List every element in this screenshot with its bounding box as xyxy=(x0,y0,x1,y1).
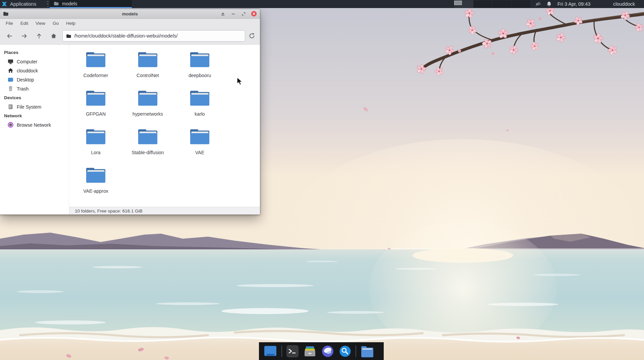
task-button-label: models xyxy=(62,1,77,6)
network-globe-icon xyxy=(8,122,13,128)
workspace-4[interactable] xyxy=(512,0,531,8)
statusbar-text: 10 folders, Free space: 616.1 GiB xyxy=(75,208,143,214)
workspace-1[interactable] xyxy=(454,0,473,8)
window-miniature xyxy=(454,1,462,5)
folder-name: karlo xyxy=(195,111,205,117)
menu-help[interactable]: Help xyxy=(62,19,79,27)
folder-icon xyxy=(86,127,106,146)
web-browser-icon[interactable] xyxy=(321,345,335,358)
task-folder-icon xyxy=(54,1,59,6)
folder-icon xyxy=(138,127,158,146)
sidebar-label: Trash xyxy=(17,86,29,92)
sidebar-item-clouddock[interactable]: clouddock xyxy=(0,66,69,75)
folder-name: Lora xyxy=(91,150,100,155)
sidebar-item-browse-network[interactable]: Browse Network xyxy=(0,120,69,129)
folder-icon xyxy=(86,166,106,184)
folder-icon xyxy=(138,88,158,107)
folder-icon xyxy=(190,50,210,69)
statusbar: 10 folders, Free space: 616.1 GiB xyxy=(69,207,260,215)
folder-item[interactable]: ControlNet xyxy=(122,50,174,88)
menu-file[interactable]: File xyxy=(2,19,17,27)
trash-icon xyxy=(8,86,13,92)
sidebar-item-file-system[interactable]: File System xyxy=(0,102,69,111)
folder-name: GFPGAN xyxy=(86,111,106,117)
sidebar-header-network: Network xyxy=(0,111,69,120)
sidebar-label: Desktop xyxy=(17,77,34,82)
menu-go[interactable]: Go xyxy=(49,19,62,27)
path-value: /home/clouddock/stable-diffusion-webui/m… xyxy=(74,33,177,39)
menubar: File Edit View Go Help xyxy=(0,19,260,27)
folder-name: deepbooru xyxy=(189,73,211,78)
folder-name: VAE xyxy=(195,150,204,155)
show-desktop-icon[interactable] xyxy=(263,345,278,358)
folder-name: VAE-approx xyxy=(83,188,108,194)
sidebar-item-desktop[interactable]: Desktop xyxy=(0,75,69,84)
panel-username[interactable]: clouddock xyxy=(613,0,635,8)
folder-item[interactable]: Lora xyxy=(70,127,122,166)
sidebar-label: Computer xyxy=(17,59,37,64)
forward-button[interactable] xyxy=(19,31,29,41)
file-grid: Codeformer ControlNet deepbooru GFPGAN h… xyxy=(69,45,260,207)
sidebar-label: File System xyxy=(17,104,41,110)
folder-item[interactable]: deepbooru xyxy=(174,50,226,88)
sidebar-label: Browse Network xyxy=(17,122,51,128)
minimize-button[interactable] xyxy=(230,11,236,17)
folder-icon xyxy=(190,88,210,107)
applications-menu-button[interactable]: Applications xyxy=(0,0,40,8)
up-button[interactable] xyxy=(34,31,44,41)
sidebar-header-places: Places xyxy=(0,48,69,57)
search-icon[interactable] xyxy=(338,345,352,358)
window-titlebar[interactable]: models xyxy=(0,9,260,19)
sidebar-label: clouddock xyxy=(17,68,38,73)
panel-clock[interactable]: Fri 3 Apr, 09:43 xyxy=(557,0,590,8)
notification-bell-icon[interactable] xyxy=(546,1,552,7)
folder-name: ControlNet xyxy=(137,73,159,78)
folder-item[interactable]: VAE-approx xyxy=(70,166,122,204)
path-folder-icon xyxy=(66,34,71,38)
maximize-button[interactable] xyxy=(240,11,247,17)
dock xyxy=(259,342,384,360)
folder-name: Stable-diffusion xyxy=(131,150,164,155)
harddisk-icon xyxy=(8,104,13,110)
workspace-3[interactable] xyxy=(492,0,512,8)
folder-icon xyxy=(190,127,210,146)
home-icon xyxy=(8,68,13,73)
path-entry[interactable]: /home/clouddock/stable-diffusion-webui/m… xyxy=(62,30,245,42)
terminal-icon[interactable] xyxy=(286,345,299,358)
sidebar-header-devices: Devices xyxy=(0,93,69,102)
folder-name: Codeformer xyxy=(84,73,108,78)
file-manager-window: models File Edit View Go Help xyxy=(0,9,260,215)
home-button[interactable] xyxy=(49,31,59,41)
workspace-2[interactable] xyxy=(473,0,492,8)
file-archiver-icon[interactable] xyxy=(303,345,317,358)
taskbar-button-models[interactable]: models xyxy=(50,0,132,8)
toolbar: /home/clouddock/stable-diffusion-webui/m… xyxy=(0,27,260,45)
desktop-icon xyxy=(8,77,13,82)
menu-edit[interactable]: Edit xyxy=(17,19,32,27)
close-button[interactable] xyxy=(251,11,257,17)
folder-item[interactable]: VAE xyxy=(174,127,226,166)
folder-name: hypernetworks xyxy=(132,111,163,117)
file-manager-icon[interactable] xyxy=(360,345,375,358)
folder-item[interactable]: GFPGAN xyxy=(70,88,122,127)
panel-handle[interactable] xyxy=(46,1,49,7)
shade-button[interactable] xyxy=(220,11,226,17)
reload-button[interactable] xyxy=(247,31,257,41)
folder-icon xyxy=(138,50,158,69)
audio-muted-icon[interactable] xyxy=(535,1,541,7)
folder-item[interactable]: Codeformer xyxy=(70,50,122,88)
folder-item[interactable]: Stable-diffusion xyxy=(122,127,174,166)
back-button[interactable] xyxy=(4,31,14,41)
folder-item[interactable]: karlo xyxy=(174,88,226,127)
applications-label: Applications xyxy=(10,1,36,7)
dock-separator xyxy=(281,346,282,357)
sidebar-item-computer[interactable]: Computer xyxy=(0,57,69,66)
workspace-pager[interactable] xyxy=(454,0,531,8)
computer-icon xyxy=(8,59,13,64)
sidebar-item-trash[interactable]: Trash xyxy=(0,84,69,93)
sidebar: Places Computer clouddock xyxy=(0,45,69,207)
folder-item[interactable]: hypernetworks xyxy=(122,88,174,127)
folder-icon xyxy=(86,88,106,107)
menu-view[interactable]: View xyxy=(32,19,49,27)
top-panel: Applications models Fri 3 Apr, 09:43 clo… xyxy=(0,0,644,8)
